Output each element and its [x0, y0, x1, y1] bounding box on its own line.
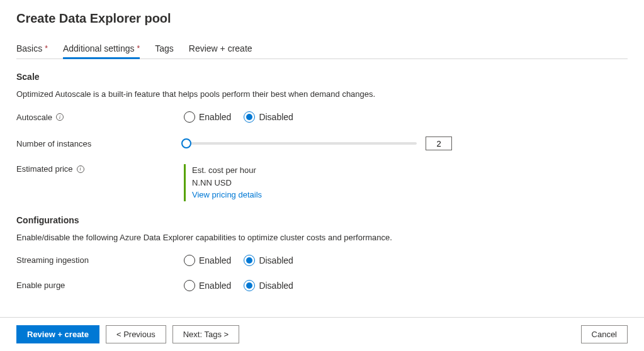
previous-button[interactable]: < Previous: [106, 325, 166, 343]
purge-enabled-radio[interactable]: Enabled: [184, 280, 231, 291]
asterisk-icon: *: [137, 44, 140, 53]
cancel-button[interactable]: Cancel: [581, 325, 628, 343]
page-title: Create Data Explorer pool: [16, 11, 628, 26]
tab-review-create[interactable]: Review + create: [189, 40, 252, 59]
estimated-price-block: Est. cost per hour N.NN USD View pricing…: [184, 164, 262, 201]
tab-basics-label: Basics: [16, 43, 42, 53]
autoscale-label: Autoscale: [16, 113, 52, 122]
slider-thumb[interactable]: [181, 138, 191, 148]
radio-circle-icon: [244, 280, 255, 291]
streaming-disabled-radio[interactable]: Disabled: [244, 255, 293, 266]
purge-disabled-radio[interactable]: Disabled: [244, 280, 293, 291]
radio-label: Disabled: [259, 255, 293, 265]
estimated-price-label: Estimated price: [16, 164, 73, 174]
streaming-ingestion-label: Streaming ingestion: [16, 255, 89, 265]
configurations-desc: Enable/disable the following Azure Data …: [16, 233, 628, 242]
radio-label: Enabled: [199, 112, 231, 122]
enable-purge-label: Enable purge: [16, 281, 65, 290]
streaming-enabled-radio[interactable]: Enabled: [184, 255, 231, 266]
autoscale-enabled-radio[interactable]: Enabled: [184, 111, 231, 123]
tab-review-label: Review + create: [189, 43, 252, 53]
instances-input[interactable]: [426, 136, 452, 150]
radio-circle-icon: [184, 111, 195, 123]
radio-circle-icon: [244, 255, 255, 266]
tabs: Basics * Additional settings * Tags Revi…: [16, 40, 628, 59]
instances-label: Number of instances: [16, 139, 91, 148]
info-icon[interactable]: i: [77, 165, 84, 173]
radio-label: Disabled: [259, 112, 293, 122]
price-value: N.NN USD: [192, 177, 262, 189]
pricing-details-link[interactable]: View pricing details: [192, 190, 262, 199]
tab-basics[interactable]: Basics *: [16, 40, 48, 59]
info-icon[interactable]: i: [56, 113, 64, 121]
footer: Review + create < Previous Next: Tags > …: [0, 317, 644, 351]
radio-label: Enabled: [199, 281, 231, 291]
radio-circle-icon: [184, 280, 195, 291]
tab-additional-label: Additional settings: [63, 43, 135, 53]
next-button[interactable]: Next: Tags >: [172, 325, 239, 343]
scale-header: Scale: [16, 72, 628, 82]
review-create-button[interactable]: Review + create: [16, 325, 99, 343]
price-title: Est. cost per hour: [192, 164, 262, 177]
radio-circle-icon: [244, 111, 255, 123]
autoscale-disabled-radio[interactable]: Disabled: [244, 111, 293, 123]
radio-label: Enabled: [199, 255, 231, 265]
instances-slider[interactable]: [184, 142, 417, 145]
radio-label: Disabled: [259, 281, 293, 291]
scale-desc: Optimized Autoscale is a built-in featur…: [16, 89, 628, 99]
tab-additional-settings[interactable]: Additional settings *: [63, 40, 140, 59]
tab-tags-label: Tags: [155, 43, 174, 53]
radio-circle-icon: [184, 255, 195, 266]
configurations-header: Configurations: [16, 215, 628, 225]
asterisk-icon: *: [45, 44, 48, 53]
tab-tags[interactable]: Tags: [155, 40, 174, 59]
